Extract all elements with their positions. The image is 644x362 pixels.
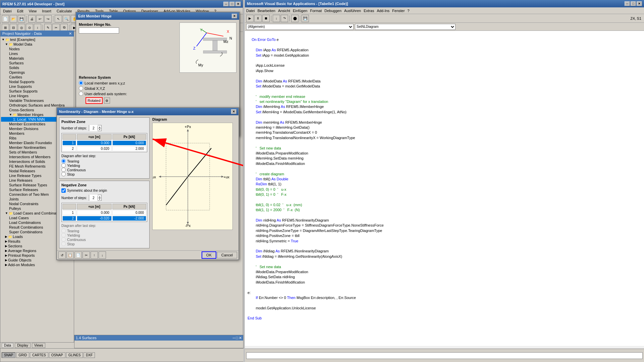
steps-input-pos[interactable]: [89, 125, 98, 131]
vba-menu-ausfuehren[interactable]: Ausführen: [344, 9, 361, 13]
steps-down-neg[interactable]: ▼: [98, 198, 101, 200]
vba-menu-addins[interactable]: Add-Ins: [377, 9, 389, 13]
radio-stop-neg-input[interactable]: [61, 242, 66, 246]
radio-tearing-neg-input[interactable]: [61, 229, 66, 233]
radio-local-input[interactable]: [79, 81, 83, 85]
vba-menu-extras[interactable]: Extras: [364, 9, 374, 13]
nl-tb-btn2[interactable]: 📋: [66, 251, 74, 259]
nl-cancel-btn[interactable]: Cancel: [217, 252, 237, 258]
steps-input-neg[interactable]: [89, 195, 98, 201]
radio-stop-pos[interactable]: Stop: [61, 172, 147, 176]
print-btn[interactable]: 🖨: [28, 15, 36, 22]
tree-nodes[interactable]: Nodes: [1, 47, 73, 51]
vba-breakpoint-btn[interactable]: ⬤: [291, 15, 299, 22]
radio-tearing-neg[interactable]: Tearing: [61, 229, 147, 233]
pos-row-2[interactable]: 2 0.020 2.000: [62, 146, 146, 151]
tab-display[interactable]: Display: [15, 343, 31, 348]
tree-solids[interactable]: Solids: [1, 65, 73, 70]
nl-tb-btn3[interactable]: 📄: [74, 251, 82, 259]
save-btn[interactable]: 💾: [18, 15, 25, 22]
rfem-close-btn[interactable]: ✕: [235, 2, 241, 6]
tb2-btn7[interactable]: ✂: [52, 24, 60, 31]
vba-step-btn[interactable]: ↓: [273, 15, 280, 22]
rfem-minimize-btn[interactable]: ─: [223, 2, 229, 6]
vba-stop-btn[interactable]: ⏹: [262, 15, 270, 22]
glines-btn[interactable]: GLINES: [66, 352, 83, 358]
neg-row-2[interactable]: 2 -0.020 -2.000: [62, 216, 146, 221]
dxf-btn[interactable]: DXF: [84, 352, 95, 358]
tree-materials[interactable]: Materials: [1, 56, 73, 61]
tree-line-hinges[interactable]: Line Hinges: [1, 94, 73, 98]
symmetric-checkbox-label[interactable]: Symmetric about the origin: [61, 188, 147, 193]
surfaces-maximize[interactable]: □: [236, 336, 238, 340]
tb2-btn1[interactable]: ⊞: [2, 24, 9, 31]
vba-menu-bearb[interactable]: Bearbeiten: [258, 9, 275, 13]
radio-local[interactable]: Local member axes x,y,z: [79, 81, 236, 85]
tree-model-data[interactable]: ▼ 📁 Model Data: [1, 42, 73, 47]
vba-code-area[interactable]: On Error GoTo e Dim iApp As RFEM5.Applic…: [245, 31, 644, 346]
osnap-btn[interactable]: OSNAP: [49, 352, 65, 358]
radio-user-input[interactable]: [79, 92, 83, 96]
vba-immediate-window[interactable]: [246, 352, 643, 359]
radio-stop-neg[interactable]: Stop: [61, 242, 147, 246]
radio-yielding-neg[interactable]: Yielding: [61, 233, 147, 237]
tree-cavities[interactable]: Cavities: [1, 75, 73, 79]
nl-tb-btn5[interactable]: ↑: [91, 251, 98, 259]
menu-calculate[interactable]: Calculate: [55, 9, 73, 13]
vba-menu-einf[interactable]: Einfügen: [293, 9, 307, 13]
radio-user[interactable]: User-defined axis system:: [79, 92, 236, 96]
vba-menu-debug[interactable]: Debuggen: [324, 9, 341, 13]
tree-line-supports[interactable]: Line Supports: [1, 84, 73, 89]
rfem-maximize-btn[interactable]: □: [229, 2, 235, 6]
vba-menu-fenster[interactable]: Fenster: [392, 9, 405, 13]
snap-btn[interactable]: SNAP: [2, 352, 15, 358]
nl-tb-btn1[interactable]: ↺: [58, 251, 66, 259]
radio-tearing-pos[interactable]: Tearing: [61, 159, 147, 163]
pos-row-1[interactable]: 1 0.000 0.000: [62, 140, 146, 145]
steps-up-pos[interactable]: ▲: [98, 126, 101, 128]
radio-tearing-pos-input[interactable]: [61, 159, 66, 163]
new-btn[interactable]: 📄: [2, 15, 9, 22]
tree-surfaces[interactable]: Surfaces: [1, 61, 73, 65]
surfaces-close[interactable]: ✕: [239, 336, 242, 340]
radio-yielding-pos[interactable]: Yielding: [61, 163, 147, 168]
vba-save-btn[interactable]: 💾: [302, 15, 309, 22]
steps-up-neg[interactable]: ▲: [98, 196, 101, 198]
open-btn[interactable]: 📂: [10, 15, 17, 22]
symmetric-checkbox[interactable]: [61, 188, 66, 193]
panel-title[interactable]: Project Navigator - Data ✕: [0, 31, 74, 37]
vba-close[interactable]: ✕: [637, 1, 642, 6]
vba-pause-btn[interactable]: ⏸: [254, 15, 262, 22]
steps-down-pos[interactable]: ▼: [98, 128, 101, 130]
radio-continuous-pos-input[interactable]: [61, 168, 66, 172]
tb2-btn2[interactable]: ⊟: [10, 24, 17, 31]
tb2-btn6[interactable]: ✎: [44, 24, 52, 31]
edit-hinge-close[interactable]: ✕: [232, 14, 237, 18]
rotated-settings-btn[interactable]: ⚙: [104, 98, 110, 104]
tree-root[interactable]: ▼ 📁 test [Examples]: [1, 37, 73, 42]
radio-yielding-neg-input[interactable]: [61, 233, 66, 237]
vba-object-dropdown[interactable]: (Allgemein): [246, 24, 354, 30]
undo-btn[interactable]: ↩: [36, 15, 44, 22]
radio-global[interactable]: Global X,Y,Z: [79, 86, 236, 90]
nl-tb-btn6[interactable]: ↓: [99, 251, 106, 259]
vba-menu-datei[interactable]: Datei: [246, 9, 255, 13]
vba-proc-dropdown[interactable]: SetNLDiagram: [355, 24, 455, 30]
vba-menu-help[interactable]: ?: [408, 9, 410, 13]
vba-menu-ansicht[interactable]: Ansicht: [278, 9, 290, 13]
vba-minimize[interactable]: ─: [625, 1, 630, 6]
radio-continuous-neg[interactable]: Continuous: [61, 237, 147, 242]
menu-view[interactable]: View: [28, 9, 38, 13]
radio-yielding-pos-input[interactable]: [61, 163, 66, 168]
vba-step-over-btn[interactable]: ↷: [281, 15, 288, 22]
panel-close[interactable]: ✕: [69, 32, 72, 36]
tree-orthotropic[interactable]: Orthotropic Surfaces and Membra: [1, 103, 73, 108]
neg-row-1[interactable]: 1 0.000 0.000: [62, 210, 146, 215]
tb2-btn4[interactable]: ⊙: [26, 24, 33, 31]
radio-global-input[interactable]: [79, 86, 83, 90]
tb2-btn8[interactable]: ⧉: [60, 24, 68, 31]
grid-btn-status[interactable]: GRID: [16, 352, 29, 358]
redo-btn[interactable]: ↪: [44, 15, 52, 22]
vba-run-btn[interactable]: ▶: [246, 15, 254, 22]
tree-surface-supports[interactable]: Surface Supports: [1, 89, 73, 94]
